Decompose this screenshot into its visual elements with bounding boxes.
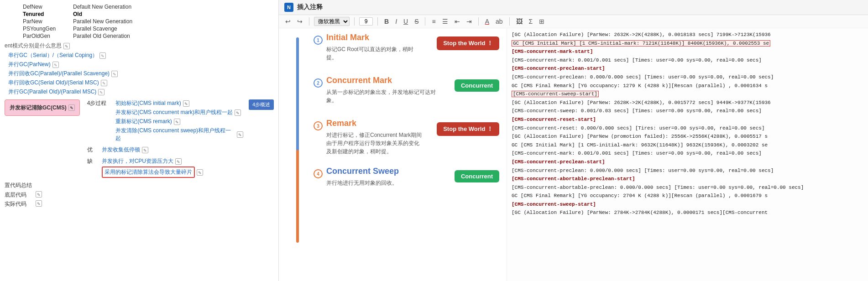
step-3-badge: Stop the World ！ [437,122,499,136]
step-2-title: Concurrent Mark [326,76,442,85]
font-color-button[interactable]: A [483,17,491,26]
step-2-text: Concurrent Mark 从第一步标记的对象出发，并发地标记可达对象。 [326,76,442,104]
content-area: 1 Initial Mark 标记GC Root可以直达的对象，稍时提。 Sto… [279,28,868,281]
image-button[interactable]: 🖼 [514,17,524,26]
log-section-start-10: [CMS-concurrent-reset-start] [512,117,596,122]
step-1-desc: 标记GC Root可以直达的对象，稍时提。 [326,45,424,62]
log-line-3: [CMS-concurrent-mark: 0.001/0.001 secs] … [512,57,863,65]
log-line-9: [CMS-concurrent-sweep: 0.001/0.03 secs] … [512,107,863,115]
cms-main-box: 并发标记清除GC(CMS) ✎ [5,99,80,116]
ent-section-label: ent模式分别是什么意思 ✎ [5,42,274,50]
step-item-0-edit[interactable]: ✎ [183,100,189,107]
step-2-num: 2 [314,78,323,88]
toolbar-sep-2 [354,17,355,26]
log-line-4: [CMS-concurrent-preclean-start] [512,65,863,73]
table-button[interactable]: ⊞ [537,17,546,26]
link-item-1[interactable]: 并行GC(ParNew)✎ [8,61,274,68]
step-3: 3 Remark 对进行标记，修正Concurrent Mark期间由于用户程序… [306,119,499,156]
step-label: 4步过程 [87,99,107,107]
link-item-4[interactable]: 并行GC(Parallel Old)/(Parallel MSC)✎ [8,88,274,96]
bottom-row-1: 底层代码 ✎ [5,191,274,199]
log-line-5: [CMS-concurrent-preclean: 0.000/0.000 se… [512,73,863,82]
step-4-badge-row: Concurrent Sweep 并行地进行无用对象的回收。 Concurren… [326,167,499,187]
gen-table: DefNew Default New Generation Tenured Ol… [23,4,274,39]
highlight-button[interactable]: ab [494,17,505,26]
redo-button[interactable]: ↪ [295,17,304,26]
step-item-1-edit[interactable]: ✎ [235,109,241,116]
step-4: 4 Concurrent Sweep 并行地进行无用对象的回收。 Concurr… [306,167,499,198]
link-item-3[interactable]: 串行回收GC(Serial Old)/(Serial MSC)✎ [8,79,274,87]
underline-button[interactable]: U [402,17,410,26]
cms-edit-icon[interactable]: ✎ [68,104,75,111]
log-line-6: GC [CMS Final Remark] [YG occupancy: 127… [512,82,863,90]
sum-button[interactable]: Σ [527,17,535,26]
step-1-content: Initial Mark 标记GC Root可以直达的对象，稍时提。 Stop … [326,33,499,62]
link-item-0[interactable]: 串行GC（Serial）/（Serial Coping）✎ [8,52,274,59]
disadv-cpu-edit[interactable]: ✎ [175,158,182,165]
bottom-code2-edit[interactable]: ✎ [36,200,42,207]
log-highlighted-1: GC [CMS Initial Mark] [1 CMS-initial-mar… [512,40,770,47]
step-1-badge: Stop the World ！ [437,36,499,50]
step-1-title: Initial Mark [326,33,424,42]
gen-table-row: PSYoungGen Parallel Scavenge [23,26,274,32]
step-2: 2 Concurrent Mark 从第一步标记的对象出发，并发地标记可达对象。… [306,76,499,108]
step-1-num: 1 [314,36,323,45]
list-bullet-button[interactable]: ☰ [440,17,450,26]
log-line-1: GC [CMS Initial Mark] [1 CMS-initial-mar… [512,40,863,48]
step-item-0: 初始标记(CMS initial mark)✎ [115,99,243,107]
step-item-3: 并发清除(CMS concurrent sweep)和用户线程一起✎ [115,127,243,142]
step-item-3-edit[interactable]: ✎ [237,131,243,138]
step-1-badge-row: Initial Mark 标记GC Root可以直达的对象，稍时提。 Stop … [326,33,499,62]
adv1-edit-icon[interactable]: ✎ [142,147,148,153]
bottom-row-2: 实际代码 ✎ [5,200,274,208]
log-line-14: [CMS-concurrent-mark: 0.001/0.001 secs] … [512,150,863,158]
log-section-start-20: [CMS-concurrent-sweep-start] [512,202,596,207]
strikethrough-button[interactable]: S [413,17,420,26]
title-icon: N [284,3,293,12]
font-name-select[interactable]: 微软雅黑 [314,17,350,26]
log-panel[interactable]: [GC (Allocation Failure) [ParNew: 2632K-… [507,28,868,281]
disadvantages-section: 缺 并发执行，对CPU资源压力大 ✎ 采用的标记清除算法会导致大量碎片 ✎ [87,157,274,178]
align-left-button[interactable]: ≡ [430,17,437,26]
undo-button[interactable]: ↩ [283,17,293,26]
step-2-badge-row: Concurrent Mark 从第一步标记的对象出发，并发地标记可达对象。 C… [326,76,499,104]
step-2-desc: 从第一步标记的对象出发，并发地标记可达对象。 [326,88,442,104]
ent-edit-icon[interactable]: ✎ [63,43,70,49]
gen-table-row: DefNew Default New Generation [23,4,274,10]
step-1-text: Initial Mark 标记GC Root可以直达的对象，稍时提。 [326,33,424,62]
link-item-2[interactable]: 并行回收GC(Parallel)/(Parallel Scavenge)✎ [8,70,274,78]
italic-button[interactable]: I [393,17,399,26]
step-item-2-edit[interactable]: ✎ [174,119,180,125]
toolbar-sep-4 [425,17,425,26]
main-container: DefNew Default New Generation Tenured Ol… [0,0,868,281]
bold-button[interactable]: B [382,17,391,26]
title-text: 插入注释 [297,3,323,11]
indent-dec-button[interactable]: ⇤ [453,17,462,26]
step-4-text: Concurrent Sweep 并行地进行无用对象的回收。 [326,167,442,187]
right-panel: N 插入注释 ↩ ↪ 微软雅黑 B I U S ≡ ☰ ⇤ ⇥ A a [278,0,868,281]
cms-block: 并发标记清除GC(CMS) ✎ 4步过程 初始标记(CMS initial ma… [5,99,274,178]
step-item-1: 并发标记(CMS concurrent mark)和用户线程一起✎ [115,109,243,116]
log-line-13: GC [CMS Initial Mark] [1 CMS-initial-mar… [512,141,863,150]
log-line-20: [CMS-concurrent-sweep-start] [512,201,863,209]
disadv-frag-edit[interactable]: ✎ [197,169,203,176]
indent-inc-button[interactable]: ⇥ [465,17,474,26]
fragment-highlight: 采用的标记清除算法会导致大量碎片 [102,167,195,178]
step-4-num: 4 [314,169,323,178]
step-4-badge: Concurrent [455,170,499,182]
log-section-start-4: [CMS-concurrent-preclean-start] [512,66,605,71]
adv-label: 优 [87,146,93,154]
adv-items: 并发收集低停顿 ✎ [102,146,148,154]
cms-right: 4步过程 初始标记(CMS initial mark)✎并发标记(CMS con… [87,99,274,178]
log-line-10: [CMS-concurrent-reset-start] [512,116,863,124]
gen-table-row: Tenured Old [23,11,274,17]
log-line-7: [CMS-concurrent-sweep-start] [512,90,863,99]
bottom-code1-edit[interactable]: ✎ [36,191,42,198]
toolbar-sep-5 [478,17,479,26]
gen-table-row: ParOldGen Parallel Old Generation [23,33,274,39]
left-panel: DefNew Default New Generation Tenured Ol… [0,0,278,281]
font-size-input[interactable] [359,17,373,26]
log-line-17: [CMS-concurrent-abortable-preclean-start… [512,175,863,183]
adv-item-1: 并发收集低停顿 ✎ [102,146,148,154]
step-4-desc: 并行地进行无用对象的回收。 [326,179,442,187]
